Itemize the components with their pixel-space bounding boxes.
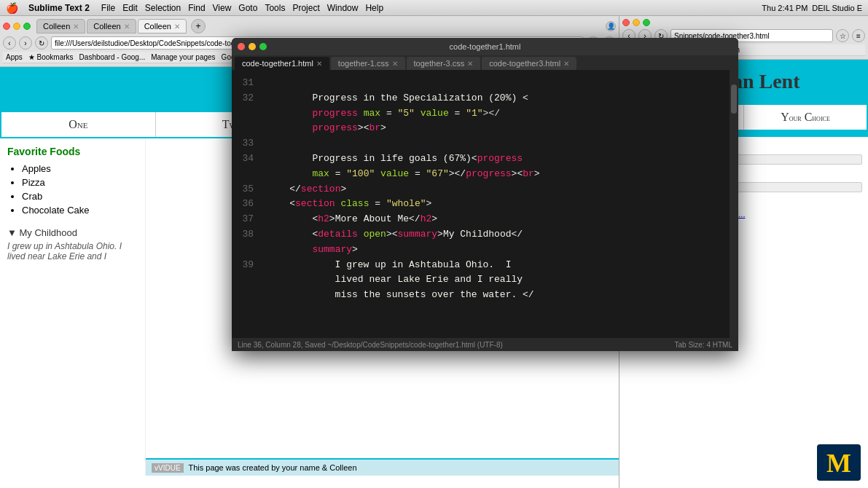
window-menu[interactable]: Window — [327, 3, 359, 13]
profile-icon[interactable]: 👤 — [606, 21, 616, 31]
help-menu[interactable]: Help — [365, 3, 383, 13]
page-footer-left: vVIDUE This page was created by your nam… — [146, 458, 619, 476]
code-line-38a: <details open><summary>My Childhood</ — [267, 227, 721, 243]
browser-tab-2[interactable]: Colleen ✕ — [87, 19, 136, 34]
editor-title: code-together1.html — [450, 42, 521, 51]
list-item: Chocolate Cake — [22, 205, 138, 216]
bookmark-dashboard[interactable]: Dashboard - Goog... — [79, 53, 146, 61]
back-button[interactable]: ‹ — [3, 36, 16, 50]
browser-tab-1[interactable]: Colleen ✕ — [36, 19, 85, 34]
editor-statusbar: Line 36, Column 28, Saved ~/Desktop/Code… — [232, 338, 738, 351]
bookmark-bookmarks[interactable]: ★ Bookmarks — [28, 53, 74, 61]
list-item: Pizza — [22, 177, 138, 188]
menubar-right: Thu 2:41 PM DEIL Studio E — [762, 4, 862, 12]
apple-menu[interactable]: 🍎 — [6, 2, 18, 14]
childhood-title: ▼ My Childhood — [7, 227, 138, 238]
window-close-right[interactable] — [622, 19, 630, 26]
find-menu[interactable]: Find — [188, 3, 205, 13]
code-line-39c: miss the sunsets over the water. </ — [267, 288, 721, 303]
editor-minimize-dot[interactable] — [249, 43, 256, 50]
footer-badge: vVIDUE — [152, 463, 184, 473]
editor-tab-3-close[interactable]: ✕ — [467, 60, 473, 68]
list-item: Apples — [22, 163, 138, 174]
tab2-close[interactable]: ✕ — [124, 23, 130, 31]
editor-tab-2-close[interactable]: ✕ — [392, 60, 398, 68]
editor-window: code-together1.html code-together1.html✕… — [232, 38, 738, 351]
code-line-33 — [267, 136, 721, 151]
code-line-34a: Progress in life goals (67%)<progress — [267, 151, 721, 167]
edit-menu[interactable]: Edit — [122, 3, 138, 13]
bookmark-apps[interactable]: Apps — [6, 53, 23, 61]
editor-titlebar: code-together1.html — [232, 38, 738, 55]
editor-content: 31 32 33 34 35 36 37 38 39 Progress — [232, 70, 738, 338]
file-menu[interactable]: File — [101, 3, 115, 13]
forward-button[interactable]: › — [19, 36, 32, 50]
code-line-39a: I grew up in Ashtabula Ohio. I — [267, 258, 721, 273]
selection-menu[interactable]: Selection — [145, 3, 181, 13]
window-minimize-left[interactable] — [13, 23, 20, 30]
list-item: Crab — [22, 191, 138, 202]
app-name: Sublime Text 2 — [28, 3, 90, 13]
editor-tab-2[interactable]: together-1.css✕ — [331, 57, 405, 70]
bookmark-manage[interactable]: Manage your pages — [151, 53, 215, 61]
menu-app-right: DEIL Studio E — [812, 4, 862, 12]
editor-close-dot[interactable] — [238, 43, 245, 50]
code-line-31 — [267, 76, 721, 91]
tools-menu[interactable]: Tools — [265, 3, 285, 13]
menubar: 🍎 Sublime Text 2 File Edit Selection Fin… — [0, 0, 868, 16]
editor-tab-3[interactable]: together-3.css✕ — [407, 57, 481, 70]
browser-tab-3[interactable]: Colleen ✕ — [138, 19, 187, 34]
footer-text-left: This page was created by your name & Col… — [188, 463, 356, 472]
code-line-37: <h2>More About Me</h2> — [267, 212, 721, 227]
childhood-text: I grew up in Ashtabula Ohio. I lived nea… — [7, 241, 138, 261]
goto-menu[interactable]: Goto — [238, 3, 257, 13]
nav-one[interactable]: One — [1, 112, 156, 137]
new-tab-button[interactable]: + — [191, 19, 206, 34]
titlebar-dots — [238, 43, 267, 50]
menu-time: Thu 2:41 PM — [762, 4, 808, 12]
code-area[interactable]: Progress in the Specialization (20%) < p… — [258, 70, 730, 338]
editor-tab-4-close[interactable]: ✕ — [563, 60, 569, 68]
editor-tab-4[interactable]: code-together3.html✕ — [482, 57, 576, 70]
sidebar-foods-list: Apples Pizza Crab Chocolate Cake — [7, 163, 138, 216]
code-line-36: <section class = "whole"> — [267, 197, 721, 212]
tab3-close[interactable]: ✕ — [174, 23, 180, 31]
tab1-close[interactable]: ✕ — [73, 23, 79, 31]
menu-btn-right[interactable]: ≡ — [852, 29, 865, 42]
code-line-32c: progress><br> — [267, 121, 721, 136]
sidebar-foods-title: Favorite Foods — [7, 146, 138, 157]
tab1-label: Colleen — [43, 22, 70, 31]
window-close-left[interactable] — [3, 23, 10, 30]
editor-tab-1-close[interactable]: ✕ — [316, 60, 322, 68]
code-line-34b: max = "100" value = "67"></progress><br> — [267, 167, 721, 182]
view-menu[interactable]: View — [213, 3, 232, 13]
line-numbers: 31 32 33 34 35 36 37 38 39 — [232, 70, 258, 338]
tab2-label: Colleen — [93, 22, 120, 31]
tab3-label: Colleen — [144, 22, 171, 31]
code-line-35: </section> — [267, 182, 721, 197]
main-area: Colleen ✕ Colleen ✕ Colleen ✕ + 👤 ‹ › — [0, 16, 868, 488]
window-maximize-right[interactable] — [643, 19, 650, 26]
code-line-39b: lived near Lake Erie and I really — [267, 272, 721, 288]
code-line-32b: progress max = "5" value = "1"></ — [267, 106, 721, 122]
editor-tabs-bar: code-together1.html✕ together-1.css✕ tog… — [232, 55, 738, 70]
browser-tabs-right — [622, 19, 865, 26]
code-line-38b: summary> — [267, 243, 721, 258]
bookmark-btn-right[interactable]: ☆ — [836, 29, 849, 42]
page-sidebar-left: Favorite Foods Apples Pizza Crab Chocola… — [0, 138, 146, 476]
svg-text:M: M — [826, 449, 851, 478]
michigan-logo: M — [817, 444, 861, 481]
editor-maximize-dot[interactable] — [259, 43, 267, 50]
browser-tabs-left: Colleen ✕ Colleen ✕ Colleen ✕ + 👤 — [3, 19, 616, 34]
code-line-32a: Progress in the Specialization (20%) < — [267, 91, 721, 106]
window-maximize-left[interactable] — [23, 23, 31, 30]
statusbar-left: Line 36, Column 28, Saved ~/Desktop/Code… — [238, 341, 503, 349]
window-minimize-right[interactable] — [633, 19, 640, 26]
project-menu[interactable]: Project — [292, 3, 319, 13]
statusbar-right: Tab Size: 4 HTML — [675, 341, 732, 349]
reload-button[interactable]: ↻ — [35, 36, 48, 50]
scrollbar-thumb[interactable] — [731, 84, 737, 114]
nav-r-your-choice[interactable]: Your Choice — [744, 105, 867, 130]
editor-tab-1[interactable]: code-together1.html✕ — [235, 57, 329, 70]
editor-scrollbar[interactable] — [730, 70, 738, 338]
